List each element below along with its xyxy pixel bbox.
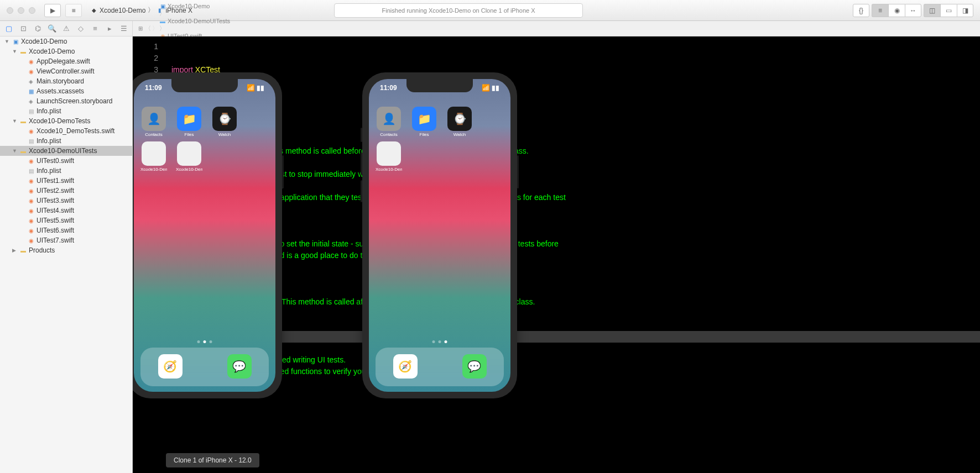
sim-app[interactable]: 👤Contacts (376, 107, 402, 137)
report-navigator-icon[interactable]: ☰ (117, 23, 131, 35)
sim-app[interactable]: Xcode10-Dem... (376, 141, 402, 172)
tree-row[interactable]: ▼▬Xcode10-DemoUITests (0, 146, 132, 156)
breadcrumb-item[interactable]: ▬Xcode10-DemoUITests (159, 18, 230, 24)
symbol-navigator-icon[interactable]: ⌬ (31, 23, 44, 35)
sim-home-apps: 👤Contacts📁Files⌚WatchXcode10-Dem... (369, 107, 510, 172)
stop-button[interactable]: ■ (65, 4, 82, 17)
debug-toggle[interactable]: ▭ (940, 4, 957, 17)
folder-icon: ▬ (19, 147, 27, 155)
swift-icon: ◉ (27, 177, 35, 185)
simulator-1[interactable]: 11:09 📶 ▮▮ 👤Contacts📁Files⌚WatchXcode10-… (133, 72, 282, 398)
tree-row[interactable]: ◉UITest4.swift (0, 206, 132, 216)
version-editor-button[interactable]: ↔ (905, 4, 921, 17)
tree-label: UITest7.swift (37, 236, 74, 244)
back-button[interactable]: 〈 (145, 24, 151, 33)
tree-row[interactable]: ▤Info.plist (0, 106, 132, 116)
tree-row[interactable]: ◉UITest7.swift (0, 235, 132, 245)
sim-volume-up-button[interactable] (361, 153, 362, 175)
sim-app[interactable]: ⌚Watch (446, 107, 473, 137)
activity-status[interactable]: Finished running Xcode10-Demo on Clone 1… (334, 3, 583, 18)
tree-row[interactable]: ▤Info.plist (0, 136, 132, 146)
source-control-navigator-icon[interactable]: ⊡ (17, 23, 30, 35)
tree-label: Xcode10-Demo (29, 48, 75, 55)
dock-app[interactable]: 🧭 (158, 354, 183, 379)
tree-row[interactable]: ▶▬Products (0, 245, 132, 255)
project-icon: ▣ (12, 38, 19, 45)
breadcrumb-item[interactable]: ▣Xcode10-Demo (159, 3, 230, 9)
sim-side-button[interactable] (282, 155, 284, 188)
sim-side-button[interactable] (517, 155, 519, 188)
tree-label: Xcode10-Demo (21, 38, 67, 45)
sim-app[interactable]: 📁Files (176, 107, 202, 137)
dock-app[interactable]: 💬 (462, 354, 487, 379)
source-editor[interactable]: 1234567891011121314151617181920212223242… (133, 36, 980, 473)
sim-app[interactable]: Xcode10-Demo (176, 141, 202, 172)
sim-app[interactable]: ⌚Watch (211, 107, 238, 137)
panel-toggles: ◫ ▭ ◨ (924, 4, 973, 17)
plist-icon: ▤ (27, 137, 35, 145)
assistant-editor-button[interactable]: ◉ (888, 4, 905, 17)
tree-row[interactable]: ▤Info.plist (0, 166, 132, 176)
jump-bar[interactable]: ⊞ 〈 〉 ▣Xcode10-Demo〉▬Xcode10-DemoUITests… (133, 21, 980, 36)
sim-dock: 🧭💬 (140, 348, 269, 386)
code-area[interactable]: import XCTest class UITest0: XCTestCase … (171, 41, 980, 401)
tree-row[interactable]: ◉UITest6.swift (0, 225, 132, 235)
tree-row[interactable]: ▦Assets.xcassets (0, 86, 132, 96)
forward-button[interactable]: 〉 (152, 24, 158, 33)
sim-mute-button[interactable] (361, 128, 362, 142)
related-items-icon[interactable]: ⊞ (137, 25, 144, 32)
tree-row[interactable]: ▼▣Xcode10-Demo (0, 36, 132, 46)
standard-editor-button[interactable]: ≡ (872, 4, 888, 17)
project-navigator-icon[interactable]: ▢ (2, 23, 15, 35)
tree-row[interactable]: ▼▬Xcode10-DemoTests (0, 116, 132, 126)
sim-dock: 🧭💬 (376, 348, 504, 386)
navigator-toggle[interactable]: ◫ (924, 4, 940, 17)
tree-row[interactable]: ◉AppDelegate.swift (0, 56, 132, 66)
sim-volume-down-button[interactable] (361, 180, 362, 202)
inspector-toggle[interactable]: ◨ (957, 4, 973, 17)
tree-row[interactable]: ◉Xcode10_DemoTests.swift (0, 126, 132, 136)
run-button[interactable]: ▶ (44, 4, 61, 17)
issue-navigator-icon[interactable]: ⚠ (60, 23, 73, 35)
breakpoint-navigator-icon[interactable]: ▸ (103, 23, 116, 35)
tree-row[interactable]: ◉ViewController.swift (0, 66, 132, 76)
sim-status-icons: 📶 ▮▮ (247, 84, 264, 92)
simulator-2[interactable]: 11:09 📶 ▮▮ 👤Contacts📁Files⌚WatchXcode10-… (362, 72, 517, 398)
window-controls (7, 7, 35, 14)
tree-row[interactable]: ▼▬Xcode10-Demo (0, 46, 132, 56)
tree-row[interactable]: ◈LaunchScreen.storyboard (0, 96, 132, 106)
swift-icon: ◉ (27, 127, 35, 135)
tree-row[interactable]: ◉UITest2.swift (0, 186, 132, 196)
plist-icon: ▤ (27, 167, 35, 175)
tree-row[interactable]: ◉UITest3.swift (0, 196, 132, 206)
code-snippets-button[interactable]: {} (853, 4, 869, 17)
close-window-button[interactable] (7, 7, 13, 14)
sim-home-apps: 👤Contacts📁Files⌚WatchXcode10-Dem...Xcode… (134, 107, 275, 172)
page-indicator[interactable] (197, 340, 212, 343)
dock-app[interactable]: 🧭 (393, 354, 418, 379)
zoom-window-button[interactable] (29, 7, 35, 14)
sim-app[interactable]: 👤Contacts (140, 107, 167, 137)
notch (406, 79, 473, 92)
swift-icon: ◉ (27, 227, 35, 234)
test-navigator-icon[interactable]: ◇ (74, 23, 87, 35)
minimize-window-button[interactable] (18, 7, 24, 14)
debug-navigator-icon[interactable]: ≡ (88, 23, 102, 35)
sim-screen[interactable]: 11:09 📶 ▮▮ 👤Contacts📁Files⌚WatchXcode10-… (134, 79, 275, 392)
find-navigator-icon[interactable]: 🔍 (45, 23, 59, 35)
tree-row[interactable]: ◉UITest5.swift (0, 216, 132, 225)
tree-label: Info.plist (37, 137, 61, 145)
tree-row[interactable]: ◈Main.storyboard (0, 76, 132, 86)
sim-screen[interactable]: 11:09 📶 ▮▮ 👤Contacts📁Files⌚WatchXcode10-… (369, 79, 510, 392)
tree-label: Products (29, 246, 55, 254)
dock-app[interactable]: 💬 (227, 354, 252, 379)
chevron-right-icon: 〉 (148, 6, 154, 15)
folder-icon: ▬ (19, 246, 27, 254)
sim-time: 11:09 (145, 84, 162, 92)
swift-icon: ◉ (27, 217, 35, 224)
sim-app[interactable]: Xcode10-Dem... (140, 141, 167, 172)
tree-row[interactable]: ◉UITest0.swift (0, 156, 132, 166)
sim-app[interactable]: 📁Files (411, 107, 437, 137)
tree-row[interactable]: ◉UITest1.swift (0, 176, 132, 186)
page-indicator[interactable] (432, 340, 447, 343)
